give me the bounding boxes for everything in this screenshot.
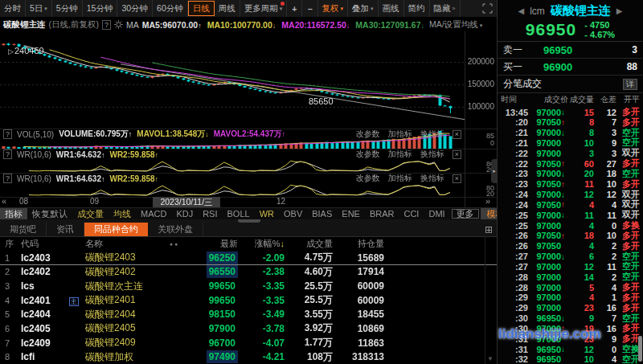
tick-row[interactable]: :2197000109空开: [498, 137, 643, 147]
period-tab-周线[interactable]: 周线: [215, 0, 240, 17]
col-code[interactable]: 代码: [21, 238, 69, 250]
panel-link-加指标[interactable]: 加指标: [388, 173, 412, 184]
col-seq[interactable]: 序: [0, 238, 21, 250]
panel-link-改参数[interactable]: 改参数: [356, 149, 380, 160]
col-open-interest[interactable]: 持仓量: [333, 238, 384, 250]
col-name[interactable]: 名称: [85, 238, 164, 250]
tick-row[interactable]: :3096950↓97空开: [498, 313, 643, 323]
table-row[interactable]: 5lc2404碳酸锂240498150-3.493.55万18455: [0, 308, 497, 322]
indicator-tab-CCI[interactable]: CCI: [399, 208, 424, 219]
panel-link-换指标[interactable]: 换指标: [420, 129, 444, 140]
period-tab-5日[interactable]: 5日▾: [26, 0, 52, 17]
period-tab-30分钟[interactable]: 30分钟: [117, 0, 153, 17]
help-icon[interactable]: ?: [3, 129, 12, 139]
sub-tab-关联外盘[interactable]: 关联外盘: [148, 223, 203, 236]
gear-icon[interactable]: [114, 20, 123, 29]
tick-row[interactable]: :2697050↑1810多开: [498, 230, 643, 240]
col-volume[interactable]: 成交量: [285, 238, 333, 250]
sub-tab-同品种合约[interactable]: 同品种合约: [84, 223, 148, 236]
scroll-right-icon[interactable]: »: [485, 196, 490, 206]
tick-list[interactable]: 13:4597000↓1512多开:2097050↑87多开:2197000↓8…: [498, 106, 643, 364]
indicator-tab-BOLL[interactable]: BOLL: [223, 208, 255, 219]
tick-row[interactable]: :3196950↓120空换: [498, 343, 643, 354]
indicator-tab-DMI[interactable]: DMI: [424, 208, 449, 219]
wr1-chart-canvas[interactable]: [0, 159, 465, 173]
period-tab-15分钟[interactable]: 15分钟: [83, 0, 118, 17]
toolbar-button-画线[interactable]: 画线: [379, 0, 404, 17]
tick-row[interactable]: :2597000↓1111双开: [498, 209, 643, 219]
sub-tab-期货吧[interactable]: 期货吧: [0, 223, 47, 236]
prev-contract-icon[interactable]: ◀: [518, 6, 524, 15]
scroll-down-icon[interactable]: ▼: [487, 355, 494, 362]
tick-row[interactable]: :2397000↓2018空开: [498, 168, 643, 178]
period-tab-分时[interactable]: 分时: [0, 0, 26, 17]
indicator-tab-成交量[interactable]: 成交量: [72, 208, 109, 219]
tick-row[interactable]: :259700040多换: [498, 219, 643, 230]
close-icon[interactable]: ×: [453, 130, 461, 139]
tick-row[interactable]: :3296950104空开: [498, 354, 643, 364]
indicator-tab-WR[interactable]: WR: [255, 208, 279, 219]
indicator-tab-BRAR[interactable]: BRAR: [365, 208, 399, 219]
help-icon[interactable]: ?: [3, 149, 12, 159]
detail-link[interactable]: 详: [623, 79, 637, 90]
fullscreen-icon[interactable]: [478, 0, 497, 17]
table-row[interactable]: 7lc2409碳酸锂240996700-4.071.77万11863: [0, 336, 497, 350]
panel-link-改参数[interactable]: 改参数: [356, 129, 380, 140]
table-row[interactable]: 3lcs碳酸锂次主连99650-3.3525.5万60009: [0, 279, 497, 293]
ask-row[interactable]: 卖一 96950 3: [498, 42, 643, 59]
close-icon[interactable]: ×: [453, 150, 461, 159]
tick-row[interactable]: :2897000142空开: [498, 271, 643, 281]
next-contract-icon[interactable]: ▶: [616, 6, 623, 15]
help-icon[interactable]: ?: [102, 20, 111, 30]
panel-link-加指标[interactable]: 加指标: [388, 149, 412, 160]
panel-link-改参数[interactable]: 改参数: [356, 173, 380, 184]
panel-link-换指标[interactable]: 换指标: [420, 149, 444, 160]
candlestick-chart-canvas[interactable]: [0, 31, 465, 129]
table-row[interactable]: 8lcfi碳酸锂加权97490-4.21108万318313: [0, 350, 497, 364]
table-row[interactable]: 6lc2405碳酸锂240597900-3.783.92万10869: [0, 321, 497, 336]
tick-row[interactable]: :289700054多开: [498, 281, 643, 292]
sidebar-scrollbar-thumb[interactable]: [638, 336, 642, 362]
indicator-tab-RSI[interactable]: RSI: [198, 208, 222, 219]
table-row[interactable]: 4lc2401主碳酸锂240199650-3.3525.5万60009: [0, 293, 497, 308]
panel-link-换指标[interactable]: 换指标: [420, 173, 444, 184]
col-change[interactable]: 涨幅%↓: [238, 238, 285, 250]
period-tab-5分钟[interactable]: 5分钟: [52, 0, 83, 17]
indicator-tab-KDJ[interactable]: KDJ: [171, 208, 198, 219]
bid-row[interactable]: 买一 96900 88: [498, 59, 643, 76]
wr2-chart-canvas[interactable]: [0, 183, 465, 197]
toolbar-button-简约[interactable]: 简约: [404, 0, 430, 17]
scroll-left-icon[interactable]: «: [2, 196, 6, 206]
toolbar-button-隐藏[interactable]: 隐藏»: [430, 0, 461, 17]
tick-row[interactable]: :2497050↑44双开: [498, 198, 643, 209]
tick-row[interactable]: 13:4597000↓1512多开: [498, 106, 643, 117]
table-row[interactable]: 1lc2403碳酸锂240396250-2.094.75万15689: [0, 251, 497, 265]
period-tab-日线[interactable]: 日线: [188, 1, 215, 16]
help-icon[interactable]: ?: [3, 174, 12, 183]
period-tab-更多周期[interactable]: 更多周期▾: [240, 0, 288, 17]
tick-row[interactable]: :2397050↑1110多开: [498, 178, 643, 189]
close-icon[interactable]: ×: [453, 174, 461, 183]
tick-row[interactable]: :29970002316多开: [498, 302, 643, 313]
tick-row[interactable]: :2197000↓83空开: [498, 127, 643, 137]
indicator-tab-均线[interactable]: 均线: [109, 208, 136, 219]
indicator-tab-指标[interactable]: 指标: [0, 208, 27, 219]
zoom-out-button[interactable]: −: [302, 0, 317, 17]
tick-row[interactable]: :2097050↑87多开: [498, 117, 643, 127]
table-scrollbar[interactable]: ▼: [485, 237, 497, 364]
tick-row[interactable]: :2797000↓62空开: [498, 251, 643, 261]
indicator-tab-ENE[interactable]: ENE: [337, 208, 365, 219]
popout-grid-icon[interactable]: ⊞: [485, 223, 497, 236]
indicator-tab-更多[interactable]: 更多: [452, 209, 479, 219]
indicator-tab-BIAS[interactable]: BIAS: [307, 208, 337, 219]
tick-row[interactable]: :27970001211空开: [498, 260, 643, 271]
indicator-tab-恢复默认[interactable]: 恢复默认: [27, 208, 72, 219]
toolbar-button-叠加[interactable]: 叠加▾: [348, 0, 379, 17]
tick-row[interactable]: :269705042多开: [498, 240, 643, 251]
tick-row[interactable]: :2497000↓1212双开: [498, 189, 643, 199]
sub-tab-资讯[interactable]: 资讯: [47, 223, 84, 236]
col-last[interactable]: 最新: [185, 238, 238, 250]
tick-row[interactable]: :229700033双开: [498, 147, 643, 157]
table-row[interactable]: 2lc2402碳酸锂240296550-2.384.60万17914: [0, 265, 497, 280]
panel-link-加指标[interactable]: 加指标: [388, 129, 412, 140]
